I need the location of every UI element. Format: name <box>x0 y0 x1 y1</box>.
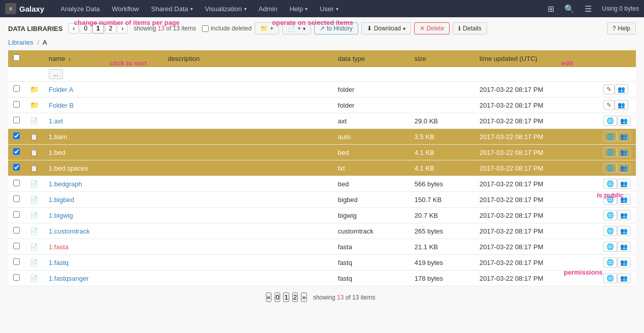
nav-user[interactable]: User ▾ <box>314 0 344 17</box>
file-name-link[interactable]: 1.bed <box>49 149 65 156</box>
nav-admin[interactable]: Admin <box>253 0 284 17</box>
file-name-link[interactable]: 1.fasta <box>49 243 69 251</box>
public-button[interactable]: 🌐 <box>603 242 617 252</box>
file-name-link[interactable]: 1.bigwig <box>49 212 73 219</box>
file-name-link[interactable]: 1.fastq <box>49 259 69 267</box>
grid-icon[interactable]: ⊞ <box>544 0 558 17</box>
help-button[interactable]: ? Help <box>607 22 636 35</box>
public-button[interactable]: 🌐 <box>603 147 617 157</box>
permissions-button[interactable]: 👥 <box>617 257 631 268</box>
bottom-pager-p2[interactable]: 2 <box>292 292 298 302</box>
pager-next[interactable]: › <box>117 23 127 34</box>
to-history-button[interactable]: ↗ to History <box>314 22 358 35</box>
row-checkbox[interactable] <box>13 211 20 218</box>
bottom-pager-p1[interactable]: 1 <box>283 292 289 302</box>
pager-prev[interactable]: ‹ <box>69 23 79 34</box>
showing-text: showing 13 of 13 items <box>133 25 196 32</box>
file-name-link[interactable]: 1.bam <box>49 133 67 141</box>
nav-visualization[interactable]: Visualization ▾ <box>199 0 253 17</box>
add-file-button[interactable]: 📄+▾ <box>282 22 311 35</box>
file-name-link[interactable]: 1.customtrack <box>49 227 90 235</box>
permissions-button[interactable]: 👥 <box>617 116 631 126</box>
row-checkbox[interactable] <box>13 180 20 186</box>
permissions-button[interactable]: 👥 <box>617 210 631 220</box>
public-button[interactable]: 🌐 <box>603 194 617 205</box>
file-description <box>163 255 333 271</box>
public-button[interactable]: 🌐 <box>603 179 617 189</box>
permissions-button[interactable]: 👥 <box>617 163 631 173</box>
permissions-button[interactable]: 👥 <box>617 194 631 205</box>
permissions-button[interactable]: 👥 <box>617 147 631 157</box>
section-title: DATA LIBRARIES <box>8 25 62 32</box>
table-row: 📁Folder Bfolder2017-03-22 08:17 PM✎👥 <box>8 97 636 113</box>
file-name-link[interactable]: Folder A <box>49 86 73 93</box>
breadcrumb-libraries[interactable]: Libraries <box>8 39 33 46</box>
permissions-button[interactable]: 👥 <box>615 84 628 94</box>
file-name-link[interactable]: 1.bed.spaces <box>49 164 88 172</box>
count-link[interactable]: 13 <box>158 25 164 32</box>
th-time-updated: time updated (UTC) <box>474 50 598 67</box>
permissions-button[interactable]: 👥 <box>617 273 631 283</box>
pager-page-1[interactable]: 1 <box>92 23 104 34</box>
row-checkbox[interactable] <box>13 227 20 234</box>
permissions-button[interactable]: 👥 <box>617 242 631 252</box>
row-checkbox[interactable] <box>13 274 20 281</box>
row-checkbox[interactable] <box>13 85 20 92</box>
file-name-link[interactable]: 1.fastqsanger <box>49 275 89 282</box>
bottom-pager-prev[interactable]: « <box>266 292 272 302</box>
row-checkbox[interactable] <box>13 258 20 265</box>
include-deleted-checkbox[interactable] <box>202 25 209 32</box>
bottom-pager-p0[interactable]: 0 <box>275 292 280 302</box>
edit-button[interactable]: ✎ <box>603 100 615 110</box>
public-button[interactable]: 🌐 <box>603 273 617 283</box>
file-size: 3.5 KB <box>410 129 474 145</box>
permissions-button[interactable]: 👥 <box>617 226 631 236</box>
delete-button[interactable]: ✕ Delete <box>414 22 450 35</box>
public-button[interactable]: 🌐 <box>603 163 617 173</box>
file-name-link[interactable]: 1.axt <box>49 117 63 125</box>
row-checkbox[interactable] <box>13 117 20 123</box>
public-button[interactable]: 🌐 <box>603 257 617 268</box>
public-button[interactable]: 🌐 <box>603 116 617 126</box>
download-caret: ▾ <box>403 26 405 31</box>
search-icon[interactable]: 🔍 <box>560 0 579 17</box>
menu-icon[interactable]: ☰ <box>581 0 596 17</box>
file-name-link[interactable]: 1.bedgraph <box>49 180 82 188</box>
row-checkbox[interactable] <box>13 101 20 108</box>
nav-analyze-data[interactable]: Analyze Data <box>54 0 106 17</box>
file-name-link[interactable]: 1.bigbed <box>49 196 74 204</box>
public-button[interactable]: 🌐 <box>603 210 617 220</box>
help-caret: ▾ <box>305 6 308 12</box>
row-checkbox[interactable] <box>13 132 20 139</box>
bottom-pager-next[interactable]: » <box>301 292 307 302</box>
public-button[interactable]: 🌐 <box>603 226 617 236</box>
row-checkbox[interactable] <box>13 164 20 171</box>
file-name-link[interactable]: Folder B <box>49 102 74 109</box>
download-button[interactable]: ⬇ Download ▾ <box>361 22 411 35</box>
permissions-button[interactable]: 👥 <box>617 179 631 189</box>
bottom-count-link[interactable]: 13 <box>337 294 344 301</box>
nav-help[interactable]: Help ▾ <box>283 0 314 17</box>
user-caret: ▾ <box>336 6 338 12</box>
public-button[interactable]: 🌐 <box>603 131 617 142</box>
file-actions: 🌐👥 <box>598 208 636 223</box>
add-folder-button[interactable]: 📁+ <box>255 22 279 35</box>
edit-button[interactable]: ✎ <box>603 84 615 94</box>
pager-page-0[interactable]: 0 <box>80 23 91 34</box>
galaxy-logo[interactable]: ≡ Galaxy <box>5 3 44 14</box>
row-checkbox[interactable] <box>13 195 20 202</box>
permissions-button[interactable]: 👥 <box>615 100 628 110</box>
nav-shared-data[interactable]: Shared Data ▾ <box>145 0 199 17</box>
permissions-button[interactable]: 👥 <box>617 131 631 142</box>
row-checkbox[interactable] <box>13 243 20 249</box>
th-name[interactable]: name ↕ <box>44 50 163 67</box>
parent-dir-button[interactable]: ... <box>49 69 63 79</box>
file-data-type: fastq <box>333 255 410 271</box>
nav-workflow[interactable]: Workflow <box>106 0 145 17</box>
select-all-checkbox[interactable] <box>13 54 20 61</box>
details-button[interactable]: ℹ Details <box>453 22 487 35</box>
pager-page-2[interactable]: 2 <box>105 23 117 34</box>
include-deleted-label[interactable]: include deleted <box>202 25 252 32</box>
row-checkbox[interactable] <box>13 148 20 155</box>
history-icon: ↗ <box>320 25 325 32</box>
